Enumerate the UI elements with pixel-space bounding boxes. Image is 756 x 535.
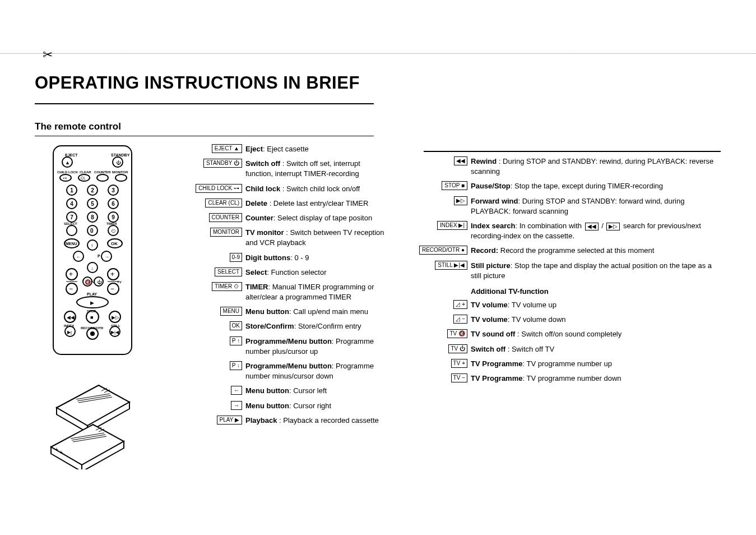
svg-text:SELECT: SELECT — [64, 222, 77, 225]
cut-line — [0, 53, 756, 54]
tvoff-desc: Switch off : Switch off TV — [471, 344, 721, 354]
svg-text:9: 9 — [112, 214, 115, 220]
pup-desc: Programme/Menu button: Programme number … — [245, 336, 389, 357]
svg-text:■: ■ — [90, 315, 93, 320]
svg-point-15 — [97, 174, 108, 181]
svg-point-16 — [115, 174, 127, 181]
right-desc: Menu button: Cursor right — [245, 401, 389, 411]
ff-key: ▶▷ — [454, 196, 467, 205]
svg-point-87 — [90, 331, 95, 336]
voldown-desc: TV volume: TV volume down — [471, 315, 721, 325]
svg-text:1: 1 — [70, 187, 73, 193]
childlock-desc: Child lock : Switch child lock on/off — [245, 184, 389, 194]
svg-text:MENU: MENU — [66, 242, 77, 246]
svg-text:→: → — [104, 254, 109, 260]
svg-text:←: ← — [76, 254, 81, 260]
svg-text:EJECT: EJECT — [65, 153, 78, 157]
svg-text:P: P — [98, 254, 100, 258]
digits-desc: Digit buttons: 0 - 9 — [245, 253, 389, 263]
svg-text:▶|: ▶| — [67, 330, 72, 335]
svg-text:⊶: ⊶ — [63, 176, 67, 180]
svg-text:▶|◀: ▶|◀ — [111, 330, 119, 335]
volup-key: ◿ + — [453, 300, 467, 309]
svg-text:MONITOR: MONITOR — [112, 170, 128, 174]
play-key: PLAY ▶ — [217, 416, 242, 425]
ok-desc: Store/Confirm: Store/Confirm entry — [245, 321, 389, 331]
clear-key: CLEAR (CL) — [205, 199, 242, 207]
remote-control-illustration: EJECT STANDBY ▲ ⏻ CHILD LOCK CLEAR COUNT… — [50, 144, 134, 357]
svg-text:6: 6 — [112, 201, 115, 207]
svg-text:↓: ↓ — [91, 265, 94, 271]
ok-key: OK — [230, 321, 242, 330]
svg-text:OK: OK — [111, 241, 118, 246]
record-desc: Record: Record the programme selected at… — [471, 246, 721, 256]
svg-text:PLAY: PLAY — [87, 292, 97, 296]
tvup-key: TV + — [451, 359, 467, 368]
rewind-icon: ◀◀ — [585, 223, 599, 230]
tvup-desc: TV Programme: TV programme number up — [471, 359, 721, 369]
eject-desc: Eject: Eject casette — [245, 144, 389, 154]
rewind-desc: Rewind : During STOP and STANDBY: rewind… — [471, 156, 721, 177]
svg-text:CL: CL — [81, 176, 86, 180]
page-title: OPERATING INSTRUCTIONS IN BRIEF — [35, 73, 735, 93]
svg-text:−: − — [110, 285, 114, 293]
left-key: ← — [231, 386, 242, 395]
scissors-icon: ✂ — [43, 48, 53, 62]
svg-text:2: 2 — [91, 187, 94, 193]
svg-text:0: 0 — [90, 228, 94, 234]
svg-text:5: 5 — [91, 201, 94, 207]
svg-text:▶▷: ▶▷ — [112, 315, 119, 320]
svg-text:TV: TV — [91, 280, 95, 284]
ff-desc: Forward wind: During STOP and STANDBY: f… — [471, 196, 721, 216]
svg-text:CLEAR: CLEAR — [80, 170, 91, 174]
voldown-key: ◿ − — [453, 315, 467, 324]
svg-text:CHILD LOCK: CHILD LOCK — [57, 170, 78, 174]
timer-key: TIMER ⏲ — [212, 282, 242, 291]
svg-text:7: 7 — [70, 214, 73, 220]
svg-text:STANDBY: STANDBY — [111, 153, 130, 157]
digits-key: 0-9 — [230, 253, 242, 262]
left-desc: Menu button: Cursor left — [245, 386, 389, 396]
svg-text:↑: ↑ — [91, 243, 94, 248]
tvoff-key: TV ⏻ — [448, 344, 467, 353]
pup-key: P ↑ — [230, 336, 242, 345]
counter-key: COUNTER — [209, 213, 242, 222]
svg-text:⏻: ⏻ — [116, 160, 121, 165]
index-desc: Index search: In combination with ◀◀ / ▶… — [471, 221, 721, 241]
volup-desc: TV volume: TV volume up — [471, 300, 721, 310]
menu-desc: Menu button: Call up/end main menu — [245, 307, 389, 317]
svg-text:TV: TV — [117, 280, 122, 284]
eject-key: EJECT ▲ — [212, 144, 242, 153]
right-column-rule — [424, 151, 721, 152]
svg-text:+: + — [55, 446, 58, 453]
svg-text:▲: ▲ — [65, 160, 70, 165]
rewind-key: ◀◀ — [454, 156, 467, 165]
svg-text:8: 8 — [91, 214, 94, 220]
pdn-desc: Programme/Menu button: Programme number … — [245, 361, 389, 381]
menu-key: MENU — [220, 307, 242, 316]
right-key: → — [231, 401, 242, 410]
svg-text:+: + — [110, 270, 114, 278]
svg-text:TIMER: TIMER — [106, 222, 117, 225]
still-desc: Still picture: Stop the tape and display… — [471, 261, 721, 281]
stop-desc: Pause/Stop: Stop the tape, except during… — [471, 181, 721, 191]
standby-desc: Switch off : Switch off set, interrupt f… — [245, 159, 389, 179]
pdn-key: P ↓ — [230, 361, 242, 370]
svg-text:◀◀: ◀◀ — [67, 315, 75, 320]
childlock-key: CHILD LOCK ⊶ — [196, 184, 242, 193]
svg-text:+: + — [59, 449, 63, 455]
stop-key: STOP ■ — [442, 181, 467, 190]
svg-text:3: 3 — [112, 187, 115, 193]
tvdown-desc: TV Programme: TV programme number down — [471, 373, 721, 384]
mute-key: TV 🔇 — [447, 329, 467, 338]
cassette-illustration: + + — [48, 374, 138, 469]
index-key: INDEX ▶| — [437, 221, 467, 230]
standby-key: STANDBY ⏻ — [203, 159, 242, 168]
monitor-desc: TV monitor : Switch between TV reception… — [245, 228, 389, 248]
svg-text:⏲: ⏲ — [111, 228, 116, 234]
svg-text:▶: ▶ — [90, 300, 94, 306]
record-key: RECORD/OTR ● — [419, 246, 467, 255]
select-key: SELECT — [215, 268, 242, 276]
ff-icon: ▶▷ — [606, 223, 620, 230]
select-desc: Select: Function selector — [245, 268, 389, 278]
